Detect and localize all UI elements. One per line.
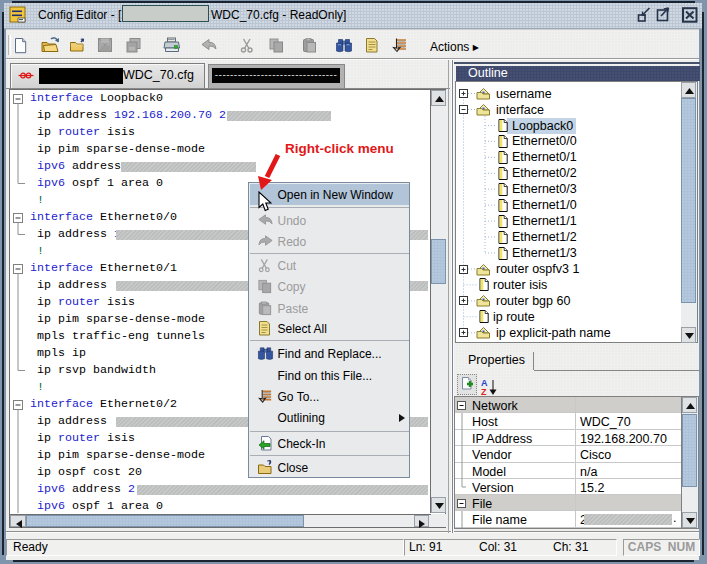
svg-text:Z: Z	[481, 387, 487, 396]
